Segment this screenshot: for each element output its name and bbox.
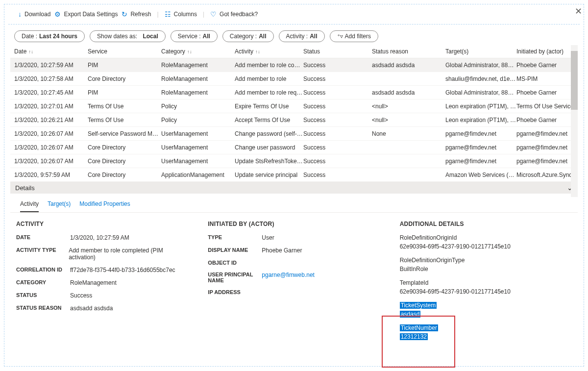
reason-value: asdsadd asdsda	[70, 305, 113, 312]
table-row[interactable]: 1/3/2020, 10:27:01 AMTerms Of UsePolicyE…	[10, 99, 578, 113]
refresh-icon: ↻	[122, 10, 127, 18]
filter-service-label: Service :	[178, 33, 201, 40]
table-row[interactable]: 1/3/2020, 9:57:59 AMCore DirectoryApplic…	[10, 168, 578, 182]
col-service[interactable]: Service	[88, 48, 161, 55]
cell-date: 1/3/2020, 10:27:58 AM	[14, 75, 88, 82]
cell-date: 1/3/2020, 10:26:07 AM	[14, 144, 88, 151]
cat-key: CATEGORY	[16, 279, 70, 286]
upn-value[interactable]: pgarne@fimweb.net	[262, 272, 315, 283]
table-row[interactable]: 1/3/2020, 10:27:45 AMPIMRoleManagementAd…	[10, 86, 578, 99]
cell-date: 1/3/2020, 10:26:21 AM	[14, 117, 88, 124]
filter-activity-label: Activity :	[286, 33, 308, 40]
type-key: TYPE	[208, 234, 262, 241]
table-row[interactable]: 1/3/2020, 10:27:59 AMPIMRoleManagementAd…	[10, 58, 578, 72]
filter-show-dates[interactable]: Show dates as: Local	[90, 30, 166, 42]
filter-category-label: Category :	[230, 33, 257, 40]
add-filter-icon: ⁺▿	[337, 33, 343, 40]
cell-date: 1/3/2020, 10:26:07 AM	[14, 130, 88, 137]
corr-value: ff72de78-f375-44f0-b733-16d6055bc7ec	[70, 267, 175, 273]
filter-service[interactable]: Service : All	[171, 30, 218, 42]
cell-date: 1/3/2020, 10:27:01 AM	[14, 103, 88, 110]
columns-label: Columns	[174, 11, 197, 18]
scrollbar-thumb[interactable]	[571, 51, 578, 110]
cell-service: Core Directory	[88, 172, 161, 178]
tab-targets[interactable]: Target(s)	[48, 200, 71, 212]
cell-activity: Add member to role req…	[235, 89, 303, 96]
cell-category: RoleManagement	[161, 62, 235, 69]
details-toggle[interactable]: Details ⌄	[10, 182, 578, 194]
cell-activity: Expire Terms Of Use	[235, 103, 303, 110]
tmpl-value: 62e90394-69f5-4237-9190-012177145e10	[400, 288, 572, 295]
download-button[interactable]: ↓ Download	[18, 10, 50, 18]
add-filters-label: Add filters	[345, 33, 371, 40]
additional-heading: ADDITIONAL DETAILS	[400, 221, 572, 227]
col-status[interactable]: Status	[303, 48, 372, 55]
add-filters-button[interactable]: ⁺▿ Add filters	[330, 30, 378, 42]
ticketsystem-value: asdasd	[400, 311, 421, 318]
cell-reason: <null>	[372, 117, 445, 124]
filter-activity[interactable]: Activity : All	[279, 30, 325, 42]
columns-button[interactable]: ☷ Columns	[165, 10, 197, 18]
cell-status: Success	[303, 89, 372, 96]
table-row[interactable]: 1/3/2020, 10:26:07 AMCore DirectoryUserM…	[10, 154, 578, 168]
table-row[interactable]: 1/3/2020, 10:27:58 AMCore DirectoryRoleM…	[10, 72, 578, 86]
scrollbar[interactable]	[571, 45, 578, 197]
col-date[interactable]: Date↑↓	[14, 48, 88, 55]
sort-icon: ↑↓	[28, 49, 33, 54]
col-activity[interactable]: Activity↑↓	[235, 48, 303, 55]
cell-activity: Add member to role co…	[235, 62, 303, 69]
tmpl-key: TemplateId	[400, 279, 572, 286]
filter-category[interactable]: Category : All	[222, 30, 274, 42]
cell-date: 1/3/2020, 9:57:59 AM	[14, 172, 88, 178]
reason-key: STATUS REASON	[16, 305, 70, 312]
rdot-value: BuiltInRole	[400, 266, 572, 272]
ticketnumber-key: TicketNumber	[400, 324, 438, 331]
cell-service: Core Directory	[88, 75, 161, 82]
ip-key: IP ADDRESS	[208, 289, 262, 295]
separator: |	[201, 11, 206, 18]
sort-icon: ↑↓	[255, 49, 260, 54]
col-status-reason[interactable]: Status reason	[372, 48, 445, 55]
table-row[interactable]: 1/3/2020, 10:26:07 AMSelf-service Passwo…	[10, 127, 578, 141]
tab-activity[interactable]: Activity	[20, 200, 39, 212]
cell-service: PIM	[88, 62, 161, 69]
cell-category: UserManagement	[161, 130, 235, 137]
filter-date-label: Date :	[22, 33, 37, 40]
cell-category: ApplicationManagement	[161, 172, 235, 178]
disp-key: DISPLAY NAME	[208, 247, 262, 254]
feedback-label: Got feedback?	[220, 11, 258, 18]
cell-activity: Change user password	[235, 144, 303, 151]
cell-reason: None	[372, 130, 445, 137]
cell-category: Policy	[161, 103, 235, 110]
cell-status: Success	[303, 103, 372, 110]
separator: |	[155, 11, 160, 18]
cell-status: Success	[303, 172, 372, 178]
cell-date: 1/3/2020, 10:27:45 AM	[14, 89, 88, 96]
cell-activity: Change password (self-s…	[235, 130, 303, 137]
cell-targets: pgarne@fimdev.net	[445, 144, 516, 151]
cell-service: PIM	[88, 89, 161, 96]
cell-targets: Leon expiration (PT1M), …	[445, 117, 516, 124]
disp-value: Phoebe Garner	[262, 247, 302, 254]
status-key: STATUS	[16, 292, 70, 299]
col-category[interactable]: Category↑↓	[161, 48, 235, 55]
cell-status: Success	[303, 130, 372, 137]
ticketsystem-key: TicketSystem	[400, 302, 437, 309]
columns-icon: ☷	[165, 10, 171, 18]
cell-targets: shauliu@fimdev.net, d1e…	[445, 75, 516, 82]
tab-modified[interactable]: Modified Properties	[79, 200, 130, 212]
status-value: Success	[70, 292, 92, 299]
refresh-button[interactable]: ↻ Refresh	[122, 10, 151, 18]
cell-service: Terms Of Use	[88, 103, 161, 110]
table-row[interactable]: 1/3/2020, 10:26:07 AMCore DirectoryUserM…	[10, 141, 578, 154]
table-row[interactable]: 1/3/2020, 10:26:21 AMTerms Of UsePolicyA…	[10, 113, 578, 127]
export-button[interactable]: ⚙ Export Data Settings	[54, 10, 118, 18]
feedback-button[interactable]: ♡ Got feedback?	[210, 10, 258, 18]
cell-status: Success	[303, 158, 372, 165]
cell-service: Terms Of Use	[88, 117, 161, 124]
initiated-heading: INITIATED BY (ACTOR)	[208, 221, 380, 227]
toolbar: ↓ Download ⚙ Export Data Settings ↻ Refr…	[8, 4, 580, 25]
corr-key: CORRELATION ID	[16, 267, 70, 273]
filter-date[interactable]: Date : Last 24 hours	[14, 30, 85, 42]
col-targets[interactable]: Target(s)	[445, 48, 516, 55]
